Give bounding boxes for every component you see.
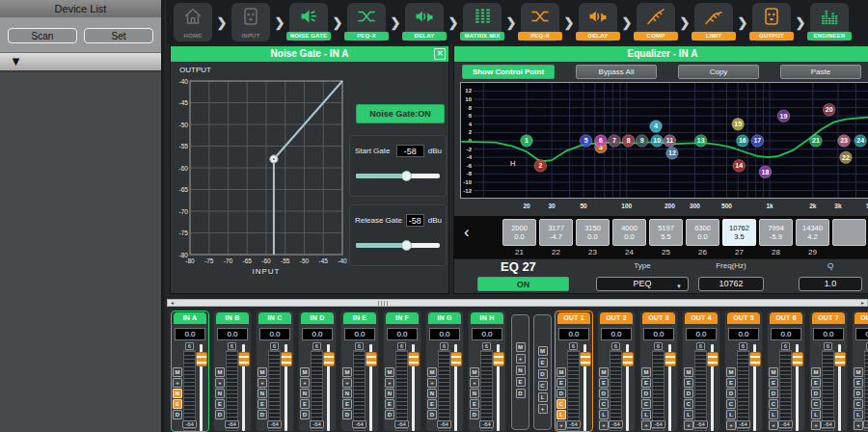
channel-strip-in-h[interactable]: IN H 0.0 6 M+NED -64	[468, 310, 506, 432]
channel-button-E[interactable]: E	[769, 378, 778, 388]
channel-button-D[interactable]: D	[556, 389, 566, 398]
equalizer-graph[interactable]: 121086420-2-4-6-8-10-1220305010020030050…	[460, 82, 868, 213]
fader-handle[interactable]	[707, 352, 719, 366]
fader-track[interactable]	[838, 344, 841, 431]
channel-button-L[interactable]: L	[556, 410, 566, 419]
copy-button[interactable]: Copy	[678, 65, 759, 79]
channel-button-E[interactable]: E	[300, 399, 310, 409]
channel-level-value[interactable]: 0.0	[472, 328, 502, 340]
eq-on-button[interactable]: ON	[477, 277, 569, 291]
channel-button-+[interactable]: +	[258, 378, 267, 388]
nav-item-peq-x[interactable]: PEQ-X	[521, 3, 559, 41]
channel-button-C[interactable]: C	[811, 399, 821, 409]
channel-button-+[interactable]: +	[811, 420, 821, 430]
master-button-N[interactable]: N	[516, 365, 526, 375]
channel-button-M[interactable]: M	[556, 367, 566, 377]
start-gate-slider[interactable]	[356, 174, 440, 178]
channel-button-E[interactable]: E	[427, 399, 437, 409]
channel-strip-out-5[interactable]: OUT 5 0.0 6 MEDCL+ -64	[724, 310, 763, 432]
fader-track[interactable]	[711, 344, 714, 431]
channel-button-+[interactable]: +	[684, 420, 693, 430]
channel-button-D[interactable]: D	[300, 410, 310, 419]
channel-label[interactable]: IN B	[216, 312, 249, 324]
scroll-right-icon[interactable]: ►	[860, 300, 865, 307]
channel-button-M[interactable]: M	[300, 367, 310, 377]
channel-label[interactable]: OUT 2	[600, 312, 633, 324]
channel-button-L[interactable]: L	[641, 410, 651, 419]
channel-label[interactable]: IN D	[301, 312, 334, 324]
channel-button-+[interactable]: +	[556, 420, 566, 430]
channel-button-E[interactable]: E	[599, 378, 609, 388]
channel-button-N[interactable]: N	[300, 389, 310, 398]
channel-button-D[interactable]: D	[427, 410, 437, 419]
channel-button-+[interactable]: +	[769, 420, 778, 430]
channel-button-E[interactable]: E	[258, 399, 267, 409]
eq-band-cell[interactable]: 40000.0	[612, 219, 646, 246]
channel-button-M[interactable]: M	[385, 367, 394, 377]
channel-level-value[interactable]: 0.0	[302, 328, 333, 340]
master-button-+[interactable]: +	[516, 354, 526, 364]
channel-button-+[interactable]: +	[854, 420, 863, 430]
fader-handle[interactable]	[834, 352, 846, 366]
channel-button-D[interactable]: D	[811, 389, 821, 398]
fader-handle[interactable]	[665, 352, 676, 366]
fader-handle[interactable]	[238, 352, 250, 366]
channel-button-N[interactable]: N	[470, 389, 479, 398]
eq-band-cell[interactable]: 3177-4.7	[539, 219, 573, 246]
fader-track[interactable]	[796, 344, 799, 431]
fader-track[interactable]	[497, 344, 500, 431]
channel-level-value[interactable]: 0.0	[217, 328, 248, 340]
nav-item-peq-x[interactable]: PEQ-X	[347, 3, 386, 41]
nav-item-engineer[interactable]: ENGINEER	[810, 3, 849, 41]
channel-button-+[interactable]: +	[427, 378, 437, 388]
device-dropdown[interactable]: ▼	[0, 52, 161, 72]
nav-item-limit[interactable]: LIMIT	[694, 3, 733, 41]
channel-button-D[interactable]: D	[470, 410, 479, 419]
fader-track[interactable]	[626, 344, 629, 431]
fader-handle[interactable]	[580, 352, 591, 366]
release-gate-slider-handle[interactable]	[401, 240, 412, 251]
channel-strip-out-1[interactable]: OUT 1 0.0 6 MEDCL+ -64	[555, 310, 593, 432]
eq-band-cell[interactable]: 51975.5	[649, 219, 683, 246]
channel-strip-out-8[interactable]: OUT 8 0.0 6 MEDCL+ -64	[852, 310, 868, 432]
nav-item-noise-gate[interactable]: NOISE GATE	[289, 3, 328, 41]
fader-handle[interactable]	[622, 352, 634, 366]
channel-button-C[interactable]: C	[726, 399, 736, 409]
nav-item-delay[interactable]: DELAY	[579, 3, 617, 41]
channel-button-M[interactable]: M	[427, 367, 437, 377]
master-button-M[interactable]: M	[538, 346, 548, 356]
channel-level-value[interactable]: 0.0	[259, 328, 290, 340]
channel-button-N[interactable]: N	[173, 389, 182, 398]
channel-button-N[interactable]: N	[342, 389, 352, 398]
channel-button-L[interactable]: L	[599, 410, 609, 419]
channel-level-value[interactable]: 0.0	[175, 328, 205, 340]
channel-strip-in-c[interactable]: IN C 0.0 6 M+NED -64	[256, 310, 294, 432]
channel-label[interactable]: OUT 5	[727, 312, 760, 324]
channel-label[interactable]: OUT 3	[642, 312, 675, 324]
channel-strip-in-f[interactable]: IN F 0.0 6 M+NED -64	[383, 310, 421, 432]
channel-strip-in-e[interactable]: IN E 0.0 6 M+NED -64	[340, 310, 379, 432]
channel-button-E[interactable]: E	[470, 399, 479, 409]
channel-button-M[interactable]: M	[769, 367, 778, 377]
channel-label[interactable]: OUT 8	[854, 312, 868, 324]
channel-button-E[interactable]: E	[342, 399, 352, 409]
channel-button-D[interactable]: D	[684, 389, 693, 398]
channel-strip-in-g[interactable]: IN G 0.0 6 M+NED -64	[425, 310, 464, 432]
channel-button-M[interactable]: M	[599, 367, 609, 377]
channel-button-C[interactable]: C	[854, 399, 863, 409]
fader-track[interactable]	[412, 344, 415, 431]
channel-button-+[interactable]: +	[726, 420, 736, 430]
channel-button-E[interactable]: E	[215, 399, 225, 409]
fader-track[interactable]	[327, 344, 330, 431]
channel-label[interactable]: IN E	[343, 312, 376, 324]
channel-button-C[interactable]: C	[641, 399, 651, 409]
channel-button-M[interactable]: M	[342, 367, 352, 377]
channel-strip-out-3[interactable]: OUT 3 0.0 6 MEDCL+ -64	[639, 310, 678, 432]
channel-level-value[interactable]: 0.0	[643, 328, 674, 340]
master-button-M[interactable]: M	[516, 342, 526, 352]
fader-handle[interactable]	[408, 352, 420, 366]
release-gate-value[interactable]: -58	[406, 214, 424, 227]
channel-button-+[interactable]: +	[342, 378, 352, 388]
channel-button-L[interactable]: L	[726, 410, 736, 419]
channel-button-E[interactable]: E	[641, 378, 651, 388]
